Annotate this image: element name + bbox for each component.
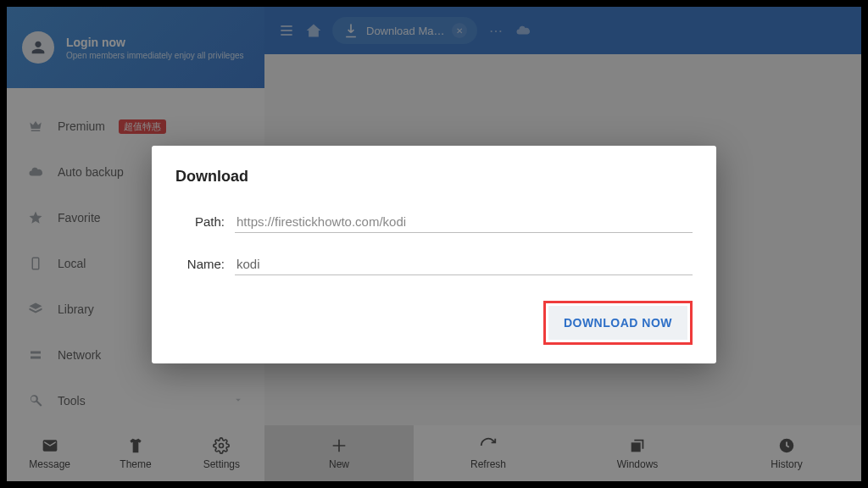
download-button-highlight: DOWNLOAD NOW bbox=[543, 301, 693, 345]
name-label: Name: bbox=[175, 257, 225, 271]
download-now-button[interactable]: DOWNLOAD NOW bbox=[548, 306, 687, 340]
download-dialog: Download Path: Name: DOWNLOAD NOW bbox=[152, 146, 716, 363]
name-input[interactable] bbox=[235, 253, 693, 275]
path-label: Path: bbox=[175, 214, 225, 229]
app-frame: Login now Open members immediately enjoy… bbox=[7, 7, 861, 481]
path-input[interactable] bbox=[235, 211, 693, 233]
dialog-title: Download bbox=[175, 168, 693, 186]
modal-overlay: Download Path: Name: DOWNLOAD NOW bbox=[7, 7, 861, 481]
